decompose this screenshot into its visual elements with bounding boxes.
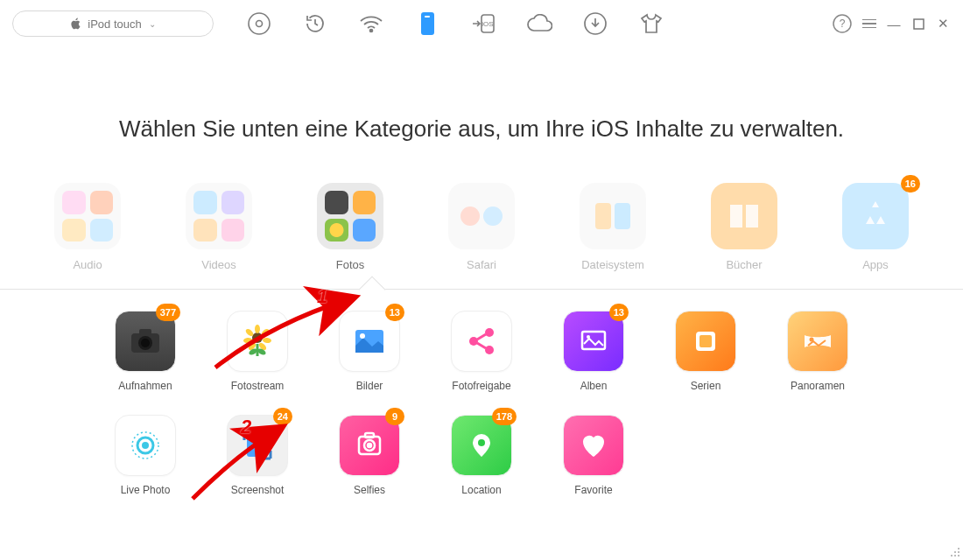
category-label: Safari — [467, 258, 496, 271]
category-label: Dateisystem — [581, 258, 644, 271]
badge: 13 — [609, 304, 629, 321]
panorama-icon — [787, 311, 848, 372]
history-icon[interactable] — [301, 10, 329, 38]
category-label: Bücher — [726, 258, 762, 271]
svg-point-29 — [587, 335, 590, 339]
category-label: Fotos — [336, 258, 365, 271]
badge: 13 — [385, 304, 404, 321]
sub-bilder[interactable]: 13 Bilder — [329, 311, 410, 392]
livephoto-icon — [115, 415, 176, 476]
device-name-label: iPod touch — [88, 18, 141, 31]
divider — [0, 289, 963, 290]
svg-point-25 — [469, 337, 478, 346]
sub-label: Selfies — [354, 484, 385, 496]
sub-fotostream[interactable]: Fotostream — [217, 311, 298, 392]
wifi-icon[interactable] — [357, 10, 385, 38]
category-audio[interactable]: Audio — [48, 183, 127, 271]
album-icon: 13 — [563, 311, 624, 372]
svg-point-24 — [360, 333, 365, 339]
category-apps[interactable]: 16 Apps — [836, 183, 915, 271]
phone-icon[interactable] — [413, 10, 441, 38]
cloud-icon[interactable] — [525, 10, 553, 38]
svg-rect-8 — [914, 19, 924, 29]
sub-label: Panoramen — [791, 380, 845, 392]
sub-serien[interactable]: Serien — [665, 311, 746, 392]
stack-icon — [675, 311, 736, 372]
sub-location[interactable]: 178 Location — [441, 415, 522, 496]
subcategory-grid: 377 Aufnahmen Fotostream 13 Bilder Fotof… — [0, 311, 963, 496]
toolbar: iPod touch ⌄ iOS ? — — [0, 0, 963, 47]
sub-favorite[interactable]: Favorite — [553, 415, 634, 496]
menu-icon[interactable] — [861, 16, 877, 32]
sub-alben[interactable]: 13 Alben — [553, 311, 634, 392]
sub-label: Screenshot — [231, 484, 285, 496]
svg-rect-12 — [139, 329, 151, 335]
annotation-2: 2 — [241, 416, 251, 438]
svg-text:?: ? — [840, 18, 846, 30]
svg-point-27 — [485, 346, 494, 354]
svg-rect-28 — [582, 332, 605, 349]
sunflower-icon — [227, 311, 288, 372]
category-label: Videos — [201, 258, 236, 271]
category-safari[interactable]: Safari — [442, 183, 521, 271]
svg-point-35 — [142, 442, 149, 449]
category-fotos[interactable]: Fotos — [311, 183, 390, 271]
sub-screenshot[interactable]: 24 Screenshot — [217, 415, 298, 496]
download-icon[interactable] — [581, 10, 609, 38]
apple-icon — [70, 18, 81, 30]
category-buecher[interactable]: Bücher — [705, 183, 784, 271]
window-controls: ? — ✕ — [832, 13, 951, 34]
minimize-button[interactable]: — — [886, 16, 902, 32]
share-icon — [451, 311, 512, 372]
svg-point-2 — [370, 30, 373, 32]
sub-livephoto[interactable]: Live Photo — [105, 415, 186, 496]
badge: 178 — [492, 408, 517, 425]
sub-label: Aufnahmen — [118, 380, 172, 392]
category-dateisystem[interactable]: Dateisystem — [573, 183, 652, 271]
svg-point-11 — [141, 339, 150, 347]
location-icon: 178 — [451, 415, 512, 476]
svg-point-26 — [485, 328, 494, 337]
music-icon[interactable] — [245, 10, 273, 38]
svg-point-41 — [478, 439, 485, 446]
svg-point-39 — [368, 444, 371, 447]
sub-panoramen[interactable]: Panoramen — [777, 311, 858, 392]
badge: 377 — [156, 304, 180, 321]
category-row: Audio Videos Fotos Safari Dateisystem — [0, 183, 963, 271]
sub-label: Location — [461, 484, 501, 496]
sub-fotofreigabe[interactable]: Fotofreigabe — [441, 311, 522, 392]
help-icon[interactable]: ? — [832, 13, 853, 34]
sub-selfies[interactable]: 9 Selfies — [329, 415, 410, 496]
svg-point-0 — [249, 13, 270, 34]
svg-rect-40 — [365, 433, 374, 438]
svg-point-16 — [263, 338, 271, 344]
badge: 24 — [273, 408, 292, 425]
selfie-icon: 9 — [339, 415, 400, 476]
toolbar-nav: iOS — [245, 10, 665, 38]
screenshot-icon: 24 — [227, 415, 288, 476]
sub-aufnahmen[interactable]: 377 Aufnahmen — [105, 311, 186, 392]
annotation-1: 1 — [317, 285, 327, 308]
sub-label: Bilder — [356, 380, 383, 392]
svg-rect-31 — [699, 335, 712, 347]
svg-text:iOS: iOS — [482, 20, 493, 28]
badge: 9 — [385, 408, 404, 425]
picture-icon: 13 — [339, 311, 400, 372]
category-videos[interactable]: Videos — [179, 183, 258, 271]
ios-transfer-icon[interactable]: iOS — [469, 10, 497, 38]
tshirt-icon[interactable] — [637, 10, 665, 38]
chevron-down-icon: ⌄ — [149, 19, 156, 29]
sub-label: Live Photo — [121, 484, 171, 496]
resize-grip[interactable] — [948, 545, 960, 557]
sub-label: Fotofreigabe — [452, 380, 510, 392]
heart-icon — [563, 415, 624, 476]
sub-label: Alben — [580, 380, 608, 392]
sub-label: Favorite — [574, 484, 612, 496]
badge: 16 — [901, 175, 920, 192]
sub-label: Fotostream — [231, 380, 285, 392]
maximize-button[interactable] — [910, 16, 926, 32]
svg-point-13 — [252, 332, 263, 343]
camera-icon: 377 — [115, 311, 176, 372]
device-selector[interactable]: iPod touch ⌄ — [12, 10, 214, 37]
close-button[interactable]: ✕ — [935, 16, 951, 32]
